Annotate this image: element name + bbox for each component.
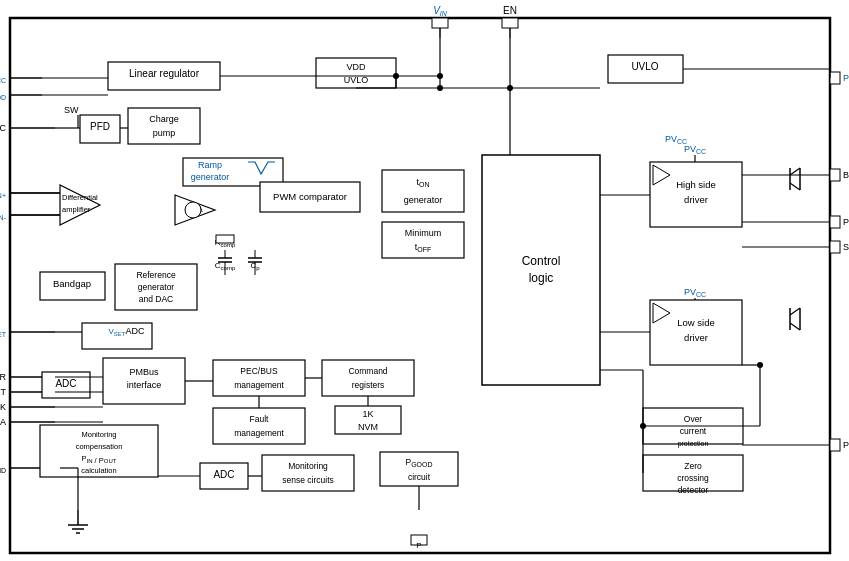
svg-line-197 xyxy=(790,168,800,175)
svg-text:VSEN-: VSEN- xyxy=(0,210,7,221)
svg-text:pump: pump xyxy=(153,128,176,138)
svg-text:PVCC: PVCC xyxy=(684,144,706,155)
svg-text:Ramp: Ramp xyxy=(198,160,222,170)
svg-text:PWM comparator: PWM comparator xyxy=(273,191,347,202)
svg-text:PEC/BUS: PEC/BUS xyxy=(240,366,278,376)
svg-text:interface: interface xyxy=(127,380,162,390)
svg-text:registers: registers xyxy=(352,380,385,390)
svg-text:Bandgap: Bandgap xyxy=(53,278,91,289)
svg-text:Fault: Fault xyxy=(250,414,270,424)
svg-text:management: management xyxy=(234,428,284,438)
svg-text:calculation: calculation xyxy=(81,466,116,475)
svg-point-152 xyxy=(437,85,443,91)
svg-text:crossing: crossing xyxy=(677,473,709,483)
svg-text:SCLK: SCLK xyxy=(0,402,6,412)
svg-text:ADC: ADC xyxy=(125,326,145,336)
svg-text:PFD: PFD xyxy=(90,121,110,132)
svg-text:Zero: Zero xyxy=(684,461,702,471)
svg-rect-2 xyxy=(432,18,448,28)
svg-text:ADC: ADC xyxy=(213,469,234,480)
svg-text:Reference: Reference xyxy=(136,270,175,280)
svg-text:generator: generator xyxy=(404,195,443,205)
svg-text:detector: detector xyxy=(678,485,709,495)
svg-text:SW: SW xyxy=(843,242,849,252)
svg-text:ADC: ADC xyxy=(55,378,76,389)
svg-text:Monitoring: Monitoring xyxy=(288,461,328,471)
svg-text:ADDR: ADDR xyxy=(0,372,6,382)
svg-text:PGND: PGND xyxy=(843,440,849,451)
svg-text:Minimum: Minimum xyxy=(405,228,442,238)
svg-text:compensation: compensation xyxy=(76,442,123,451)
svg-text:generator: generator xyxy=(138,282,175,292)
svg-rect-43 xyxy=(830,241,840,253)
svg-text:SDA: SDA xyxy=(0,417,6,427)
svg-text:logic: logic xyxy=(529,271,554,285)
svg-text:and DAC: and DAC xyxy=(139,294,174,304)
svg-point-149 xyxy=(393,73,399,79)
svg-line-202 xyxy=(790,323,800,330)
svg-text:VSEN+: VSEN+ xyxy=(0,188,6,199)
svg-text:Charge: Charge xyxy=(149,114,179,124)
uvlo-label: UVLO xyxy=(631,61,658,72)
svg-line-198 xyxy=(790,183,800,190)
svg-text:driver: driver xyxy=(684,194,708,205)
svg-rect-37 xyxy=(830,169,840,181)
svg-text:VSET: VSET xyxy=(0,327,7,338)
svg-rect-33 xyxy=(830,72,840,84)
svg-text:High side: High side xyxy=(676,179,716,190)
svg-text:PMBus: PMBus xyxy=(129,367,159,377)
svg-text:VDD: VDD xyxy=(0,90,6,101)
svg-point-193 xyxy=(437,73,443,79)
svg-text:management: management xyxy=(234,380,284,390)
svg-text:current: current xyxy=(680,426,707,436)
svg-text:PVIN: PVIN xyxy=(843,73,849,84)
svg-text:Monitoring: Monitoring xyxy=(81,430,116,439)
svg-text:Control: Control xyxy=(522,254,561,268)
svg-text:1K: 1K xyxy=(362,409,373,419)
svg-text:BOOT: BOOT xyxy=(843,170,849,180)
svg-text:SW: SW xyxy=(64,105,79,115)
svg-text:Command: Command xyxy=(348,366,387,376)
block-diagram: VIN EN PVCC VDD RT / SYNC VSEN+ VSEN- VS… xyxy=(0,0,849,561)
svg-text:generator: generator xyxy=(191,172,230,182)
svg-text:RT / SYNC: RT / SYNC xyxy=(0,123,6,133)
svg-rect-5 xyxy=(502,18,518,28)
svg-text:AGND: AGND xyxy=(0,463,6,474)
svg-text:driver: driver xyxy=(684,332,708,343)
svg-text:amplifier: amplifier xyxy=(62,205,91,214)
svg-rect-125 xyxy=(482,155,600,385)
svg-rect-80 xyxy=(382,170,464,212)
svg-rect-67 xyxy=(216,235,234,243)
svg-text:VIN: VIN xyxy=(433,5,448,17)
svg-text:circuit: circuit xyxy=(408,472,431,482)
svg-text:sense circuits: sense circuits xyxy=(282,475,334,485)
svg-point-195 xyxy=(185,202,201,218)
svg-text:PH: PH xyxy=(843,217,849,227)
svg-rect-40 xyxy=(830,216,840,228)
pv-cc-left-label: PVCC xyxy=(0,73,6,84)
svg-text:SALRT: SALRT xyxy=(0,387,6,397)
svg-text:P: P xyxy=(416,541,421,550)
linear-reg-label: Linear regulator xyxy=(129,68,200,79)
svg-line-201 xyxy=(790,308,800,315)
svg-text:EN: EN xyxy=(503,5,517,16)
svg-rect-46 xyxy=(830,439,840,451)
svg-text:Over: Over xyxy=(684,414,703,424)
svg-text:Low side: Low side xyxy=(677,317,715,328)
svg-text:protection: protection xyxy=(678,440,709,448)
svg-text:PVCC: PVCC xyxy=(684,287,706,298)
svg-text:NVM: NVM xyxy=(358,422,378,432)
svg-text:VDD: VDD xyxy=(346,62,366,72)
svg-text:Differential: Differential xyxy=(62,193,98,202)
svg-point-194 xyxy=(507,85,513,91)
